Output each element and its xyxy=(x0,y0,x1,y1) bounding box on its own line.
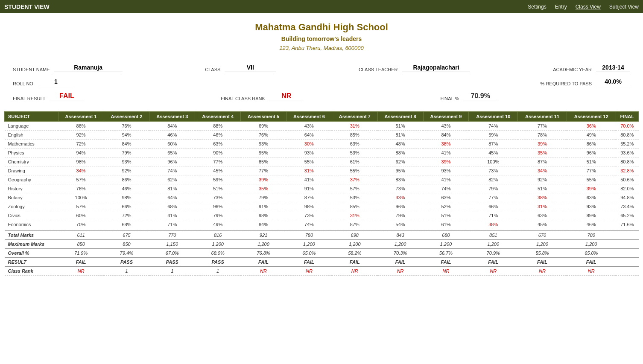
pass-percent-label: % REQUIRED TO PASS xyxy=(541,81,592,86)
summary-cell-class_rank-1: 1 xyxy=(104,267,149,276)
class-view-link[interactable]: Class View xyxy=(576,4,601,10)
final-class-rank-label: FINAL CLASS RANK xyxy=(221,96,265,101)
teacher-label: CLASS TEACHER xyxy=(359,67,398,72)
cell-r1-c1: 94% xyxy=(104,131,149,140)
cell-r9-c7: 96% xyxy=(377,202,423,211)
cell-r1-c2: 46% xyxy=(149,131,195,140)
summary-cell-total_marks-11: 780 xyxy=(567,231,616,240)
cell-r11-c7: 54% xyxy=(377,220,423,229)
cell-r7-c7: 73% xyxy=(377,184,423,193)
summary-cell-total_marks-5: 780 xyxy=(286,231,332,240)
summary-cell-max_marks-6: 1,200 xyxy=(332,240,377,249)
subject-cell-5: Drawing xyxy=(5,166,58,175)
cell-r7-c10: 51% xyxy=(518,184,567,193)
cell-r8-c9: 77% xyxy=(469,193,518,202)
summary-cell-result-5: FAIL xyxy=(286,258,332,267)
class-label: CLASS xyxy=(205,67,220,72)
cell-r10-c10: 63% xyxy=(518,211,567,220)
summary-cell-class_rank-10: NR xyxy=(518,267,567,276)
cell-r1-c10: 78% xyxy=(518,131,567,140)
cell-r10-c0: 60% xyxy=(58,211,104,220)
cell-r9-c10: 31% xyxy=(518,202,567,211)
summary-cell-total_marks-12 xyxy=(616,231,638,240)
assessment-12-header: Assessment 12 xyxy=(567,112,616,122)
summary-label-overall_pct: Overall % xyxy=(5,249,58,258)
app-title: STUDENT VIEW xyxy=(4,3,528,10)
cell-r9-c12: 73.4% xyxy=(616,202,638,211)
cell-r11-c1: 68% xyxy=(104,220,149,229)
summary-cell-overall_pct-2: 67.0% xyxy=(149,249,195,258)
cell-r7-c5: 91% xyxy=(286,184,332,193)
cell-r4-c7: 62% xyxy=(377,157,423,166)
subject-view-link[interactable]: Subject View xyxy=(609,4,639,10)
summary-cell-max_marks-5: 1,200 xyxy=(286,240,332,249)
subject-cell-0: Language xyxy=(5,122,58,131)
roll-no-label: ROLL NO. xyxy=(13,81,35,86)
cell-r11-c6: 87% xyxy=(332,220,377,229)
summary-cell-overall_pct-12 xyxy=(616,249,638,258)
cell-r6-c7: 83% xyxy=(377,175,423,184)
cell-r6-c8: 41% xyxy=(423,175,469,184)
cell-r9-c5: 98% xyxy=(286,202,332,211)
subject-cell-9: Zoology xyxy=(5,202,58,211)
summary-cell-class_rank-2: 1 xyxy=(149,267,195,276)
table-row: Geography57%86%62%59%39%41%37%83%41%82%9… xyxy=(5,175,639,184)
cell-r10-c12: 65.2% xyxy=(616,211,638,220)
cell-r7-c9: 79% xyxy=(469,184,518,193)
summary-cell-max_marks-4: 1,200 xyxy=(241,240,286,249)
assessment-3-header: Assessment 3 xyxy=(149,112,195,122)
cell-r7-c11: 39% xyxy=(567,184,616,193)
cell-r9-c1: 66% xyxy=(104,202,149,211)
school-motto: Building tomorrow's leaders xyxy=(0,35,643,42)
cell-r6-c11: 55% xyxy=(567,175,616,184)
final-class-rank-value: NR xyxy=(269,92,304,101)
cell-r8-c5: 87% xyxy=(286,193,332,202)
cell-r0-c11: 36% xyxy=(567,122,616,131)
summary-cell-total_marks-10: 670 xyxy=(518,231,567,240)
settings-link[interactable]: Settings xyxy=(528,4,546,10)
final-result-row: FINAL RESULT FAIL FINAL CLASS RANK NR FI… xyxy=(13,92,630,101)
cell-r8-c10: 38% xyxy=(518,193,567,202)
summary-cell-class_rank-9: NR xyxy=(469,267,518,276)
cell-r2-c11: 86% xyxy=(567,140,616,149)
cell-r6-c6: 37% xyxy=(332,175,377,184)
summary-row-max_marks: Maximum Marks8508501,1501,2001,2001,2001… xyxy=(5,240,639,249)
cell-r1-c3: 46% xyxy=(195,131,241,140)
cell-r2-c9: 87% xyxy=(469,140,518,149)
table-row: Mathematics72%84%60%63%93%30%63%48%38%87… xyxy=(5,140,639,149)
school-address: 123, Anbu Theru, Madras, 600000 xyxy=(0,45,643,51)
cell-r8-c6: 53% xyxy=(332,193,377,202)
summary-cell-overall_pct-6: 58.2% xyxy=(332,249,377,258)
cell-r2-c4: 93% xyxy=(241,140,286,149)
summary-cell-overall_pct-4: 76.8% xyxy=(241,249,286,258)
cell-r11-c3: 49% xyxy=(195,220,241,229)
cell-r3-c7: 88% xyxy=(377,149,423,157)
cell-r7-c2: 81% xyxy=(149,184,195,193)
cell-r10-c1: 72% xyxy=(104,211,149,220)
cell-r0-c2: 84% xyxy=(149,122,195,131)
summary-cell-total_marks-2: 770 xyxy=(149,231,195,240)
summary-cell-total_marks-1: 675 xyxy=(104,231,149,240)
cell-r8-c2: 64% xyxy=(149,193,195,202)
cell-r11-c10: 45% xyxy=(518,220,567,229)
cell-r8-c4: 79% xyxy=(241,193,286,202)
summary-row-class_rank: Class RankNR111NRNRNRNRNRNRNRNR xyxy=(5,267,639,276)
cell-r10-c5: 73% xyxy=(286,211,332,220)
summary-cell-max_marks-12 xyxy=(616,240,638,249)
subject-cell-7: History xyxy=(5,184,58,193)
cell-r10-c2: 41% xyxy=(149,211,195,220)
cell-r0-c1: 76% xyxy=(104,122,149,131)
summary-label-class_rank: Class Rank xyxy=(5,267,58,276)
cell-r5-c7: 95% xyxy=(377,166,423,175)
cell-r6-c5: 41% xyxy=(286,175,332,184)
entry-link[interactable]: Entry xyxy=(555,4,567,10)
table-row: Botany100%98%64%73%79%87%53%33%63%77%38%… xyxy=(5,193,639,202)
cell-r11-c5: 74% xyxy=(286,220,332,229)
assessment-9-header: Assessment 9 xyxy=(423,112,469,122)
cell-r8-c11: 63% xyxy=(567,193,616,202)
cell-r11-c8: 61% xyxy=(423,220,469,229)
cell-r1-c7: 81% xyxy=(377,131,423,140)
cell-r4-c1: 93% xyxy=(104,157,149,166)
cell-r7-c3: 51% xyxy=(195,184,241,193)
summary-cell-overall_pct-3: 68.0% xyxy=(195,249,241,258)
